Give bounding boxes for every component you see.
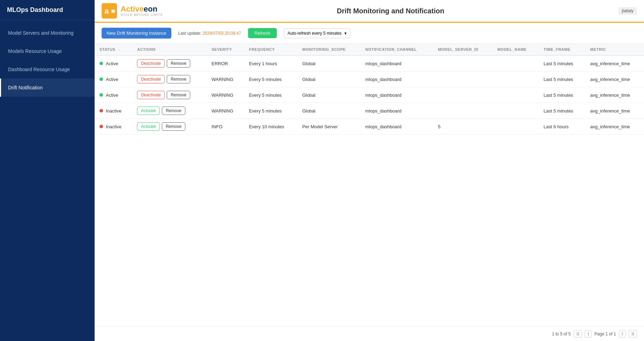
severity-cell: WARNING	[207, 103, 244, 119]
col-time-frame: TIME_FRAME	[539, 44, 585, 55]
col-severity: SEVERITY	[207, 44, 244, 55]
status-dot	[100, 125, 103, 128]
sidebar-item-drift-notification[interactable]: Drift Notification	[0, 79, 95, 97]
table-row: InactiveActivateRemoveWARNINGEvery 5 min…	[95, 103, 644, 119]
logo-name: Activeeon	[121, 5, 163, 13]
monitoring-scope-cell: Global	[297, 71, 361, 87]
svg-rect-2	[111, 9, 115, 13]
status-label: Active	[106, 61, 118, 66]
action-cell: ActivateRemove	[132, 103, 206, 119]
sidebar-item-models-resource[interactable]: Models Resource Usage	[0, 42, 95, 60]
model-server-id-cell	[433, 55, 493, 71]
col-frequency: FREQUENCY	[244, 44, 297, 55]
monitoring-scope-cell: Global	[297, 55, 361, 71]
frequency-cell: Every 5 minutes	[244, 87, 297, 103]
page-title: Drift Monitoring and Notification	[163, 7, 618, 15]
pagination-prev[interactable]: ⟨	[585, 330, 592, 337]
model-server-id-cell	[433, 103, 493, 119]
frequency-cell: Every 1 hours	[244, 55, 297, 71]
table-row: InactiveActivateRemoveINFOEvery 10 minut…	[95, 119, 644, 135]
logo-area: a Activeeon SCALE BEYOND LIMITS	[102, 3, 163, 19]
action-cell: ActivateRemove	[132, 119, 206, 135]
sidebar-item-model-servers[interactable]: Model Servers and Monitoring	[0, 24, 95, 42]
col-model-server-id: MODEL_SERVER_ID	[433, 44, 493, 55]
metric-cell: avg_inference_time	[585, 71, 644, 87]
deactivate-button[interactable]: Deactivate	[137, 59, 165, 68]
deactivate-button[interactable]: Deactivate	[137, 75, 165, 83]
auto-refresh-dropdown[interactable]: Auto-refresh every 5 minutes ▾	[284, 28, 350, 38]
new-drift-button[interactable]: New Drift Monitoring Instance	[102, 28, 171, 39]
action-cell: DeactivateRemove	[132, 55, 206, 71]
severity-cell: WARNING	[207, 71, 244, 87]
sidebar: MLOps Dashboard Model Servers and Monito…	[0, 0, 95, 341]
status-label: Active	[106, 77, 118, 82]
time-frame-cell: Last 5 minutes	[539, 55, 585, 71]
last-update-label: Last update: 2024/07/03 20:08:47	[178, 31, 241, 36]
model-name-cell	[493, 87, 539, 103]
severity-cell: ERROR	[207, 55, 244, 71]
chevron-down-icon: ▾	[344, 31, 347, 36]
frequency-cell: Every 5 minutes	[244, 103, 297, 119]
sidebar-nav: Model Servers and Monitoring Models Reso…	[0, 20, 95, 97]
monitoring-scope-cell: Per Model Server	[297, 119, 361, 135]
status-label: Active	[106, 93, 118, 98]
activate-button[interactable]: Activate	[137, 107, 160, 115]
time-frame-cell: Last 5 minutes	[539, 71, 585, 87]
remove-button[interactable]: Remove	[167, 75, 190, 83]
pagination-page: Page 1 of 1	[595, 332, 616, 336]
status-dot	[100, 109, 103, 112]
table-row: ActiveDeactivateRemoveERROREvery 1 hours…	[95, 55, 644, 71]
status-dot	[100, 77, 103, 81]
main-area: a Activeeon SCALE BEYOND LIMITS Drift Mo…	[95, 0, 644, 341]
remove-button[interactable]: Remove	[162, 122, 185, 131]
status-cell: Inactive	[95, 103, 132, 119]
remove-button[interactable]: Remove	[167, 59, 190, 68]
user-badge: jlailaty	[618, 7, 637, 15]
status-cell: Inactive	[95, 119, 132, 135]
table-row: ActiveDeactivateRemoveWARNINGEvery 5 min…	[95, 71, 644, 87]
sort-icon: ↓	[118, 47, 120, 52]
content-area: New Drift Monitoring Instance Last updat…	[95, 23, 644, 341]
status-cell: Active	[95, 87, 132, 103]
action-cell: DeactivateRemove	[132, 87, 206, 103]
header: a Activeeon SCALE BEYOND LIMITS Drift Mo…	[95, 0, 644, 23]
toolbar: New Drift Monitoring Instance Last updat…	[95, 23, 644, 44]
status-dot	[100, 62, 103, 65]
notification-channel-cell: mlops_dashboard	[360, 55, 433, 71]
svg-text:a: a	[104, 7, 109, 15]
metric-cell: avg_inference_time	[585, 55, 644, 71]
model-server-id-cell	[433, 71, 493, 87]
logo-active: Active	[121, 5, 144, 13]
notification-channel-cell: mlops_dashboard	[360, 71, 433, 87]
pagination-first[interactable]: ⟨⟨	[574, 330, 582, 337]
status-cell: Active	[95, 71, 132, 87]
status-cell: Active	[95, 55, 132, 71]
pagination-next[interactable]: ⟩	[619, 330, 626, 337]
remove-button[interactable]: Remove	[167, 91, 190, 99]
metric-cell: avg_inference_time	[585, 119, 644, 135]
activate-button[interactable]: Activate	[137, 122, 160, 131]
sidebar-title: MLOps Dashboard	[0, 0, 95, 20]
col-model-name: MODEL_NAME	[493, 44, 539, 55]
metric-cell: avg_inference_time	[585, 103, 644, 119]
model-server-id-cell: 5	[433, 119, 493, 135]
table-row: ActiveDeactivateRemoveWARNINGEvery 5 min…	[95, 87, 644, 103]
model-name-cell	[493, 71, 539, 87]
refresh-button[interactable]: Refresh	[248, 28, 277, 38]
time-frame-cell: Last 5 minutes	[539, 103, 585, 119]
remove-button[interactable]: Remove	[162, 107, 185, 115]
sidebar-item-dashboard-resource[interactable]: Dashboard Resource Usage	[0, 60, 95, 79]
action-cell: DeactivateRemove	[132, 71, 206, 87]
time-frame-cell: Last 5 minutes	[539, 87, 585, 103]
notification-channel-cell: mlops_dashboard	[360, 119, 433, 135]
col-status: STATUS ↓	[95, 44, 132, 55]
logo-subtitle: SCALE BEYOND LIMITS	[121, 13, 163, 17]
severity-cell: INFO	[207, 119, 244, 135]
pagination-last[interactable]: ⟩⟩	[629, 330, 637, 337]
col-actions: ACTIONS	[132, 44, 206, 55]
table-wrapper: STATUS ↓ ACTIONS SEVERITY FREQUENCY MONI…	[95, 44, 644, 326]
status-dot	[100, 93, 103, 97]
monitoring-scope-cell: Global	[297, 103, 361, 119]
frequency-cell: Every 10 minutes	[244, 119, 297, 135]
deactivate-button[interactable]: Deactivate	[137, 91, 165, 99]
